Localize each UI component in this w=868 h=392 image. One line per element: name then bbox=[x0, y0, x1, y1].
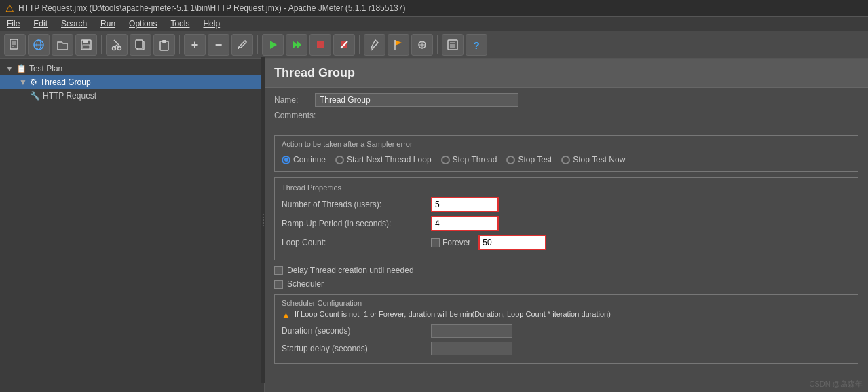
thread-properties-section: Thread Properties Number of Threads (use… bbox=[274, 177, 858, 260]
startup-delay-label: Startup delay (seconds) bbox=[282, 344, 431, 353]
scheduler-config-section: Scheduler Configuration ▲ If Loop Count … bbox=[274, 294, 858, 364]
forever-checkbox[interactable] bbox=[431, 238, 440, 247]
title-bar: ⚠ HTTP Request.jmx (D:\tools\apache-jmet… bbox=[0, 0, 868, 17]
tree-item-test-plan[interactable]: ▼ 📋 Test Plan bbox=[0, 62, 264, 75]
radio-stop-thread[interactable]: Stop Thread bbox=[441, 155, 497, 164]
menu-run[interactable]: Run bbox=[94, 17, 122, 31]
toolbar-stop[interactable] bbox=[309, 34, 331, 56]
toolbar-cut[interactable] bbox=[106, 34, 128, 56]
name-label: Name: bbox=[274, 95, 315, 105]
delay-thread-row[interactable]: Delay Thread creation until needed bbox=[274, 266, 858, 275]
drag-dot bbox=[263, 217, 264, 218]
toolbar-paste[interactable] bbox=[153, 34, 175, 56]
svg-rect-8 bbox=[83, 40, 88, 43]
radio-start-next[interactable]: Start Next Thread Loop bbox=[335, 155, 432, 164]
scheduler-warning-row: ▲ If Loop Count is not -1 or Forever, du… bbox=[282, 310, 851, 320]
toolbar-list[interactable] bbox=[442, 34, 464, 56]
toolbar-sep3 bbox=[257, 35, 258, 54]
ramp-up-label: Ramp-Up Period (in seconds): bbox=[282, 219, 431, 228]
tree-item-label-test-plan: Test Plan bbox=[29, 64, 62, 73]
loop-count-input[interactable] bbox=[478, 235, 546, 250]
radio-circle-stop-test-now bbox=[561, 156, 570, 164]
toolbar-remove[interactable]: − bbox=[208, 34, 229, 56]
radio-circle-stop-thread bbox=[441, 156, 450, 164]
radio-stop-test-now[interactable]: Stop Test Now bbox=[561, 155, 625, 164]
num-threads-label: Number of Threads (users): bbox=[282, 200, 431, 209]
tree-item-icon-http-request: 🔧 bbox=[30, 91, 40, 101]
toolbar-new[interactable] bbox=[4, 34, 26, 56]
toolbar-edit[interactable] bbox=[231, 34, 253, 56]
toolbar-stop-now[interactable] bbox=[333, 34, 355, 56]
svg-marker-21 bbox=[293, 41, 297, 49]
delay-thread-label: Delay Thread creation until needed bbox=[287, 266, 414, 275]
startup-delay-row: Startup delay (seconds) bbox=[282, 342, 851, 355]
thread-props-title: Thread Properties bbox=[282, 183, 851, 192]
scheduler-checkbox[interactable] bbox=[274, 280, 283, 289]
forever-label: Forever bbox=[442, 238, 470, 247]
tree-item-icon-thread-group: ⚙ bbox=[30, 77, 37, 87]
toolbar-run-no-pause[interactable] bbox=[286, 34, 307, 56]
forever-checkbox-container[interactable]: Forever bbox=[431, 238, 474, 247]
toolbar: + − ? bbox=[0, 31, 868, 59]
name-input[interactable] bbox=[315, 93, 518, 107]
menu-search[interactable]: Search bbox=[54, 17, 94, 31]
scheduler-label: Scheduler bbox=[287, 279, 324, 289]
duration-input[interactable] bbox=[431, 324, 512, 338]
menu-file[interactable]: File bbox=[0, 17, 26, 31]
watermark: CSDN @岛森年 bbox=[810, 379, 863, 389]
toolbar-open[interactable] bbox=[52, 34, 73, 56]
toolbar-sep4 bbox=[359, 35, 360, 54]
menu-options[interactable]: Options bbox=[122, 17, 164, 31]
watermark-text: CSDN @岛森年 bbox=[810, 380, 863, 388]
drag-dot bbox=[263, 225, 264, 226]
toolbar-help[interactable]: ? bbox=[466, 34, 487, 56]
svg-line-14 bbox=[114, 40, 119, 46]
drag-handle[interactable] bbox=[261, 59, 265, 383]
loop-count-label: Loop Count: bbox=[282, 238, 431, 247]
warning-triangle-icon: ▲ bbox=[282, 310, 290, 320]
tree-item-icon-test-plan: 📋 bbox=[16, 64, 26, 73]
ramp-up-input[interactable] bbox=[431, 216, 499, 231]
toolbar-flag[interactable] bbox=[388, 34, 409, 56]
tree-item-http-request[interactable]: 🔧 HTTP Request bbox=[0, 89, 264, 103]
delay-thread-checkbox[interactable] bbox=[274, 266, 283, 275]
svg-rect-23 bbox=[317, 41, 324, 48]
menu-edit[interactable]: Edit bbox=[26, 17, 54, 31]
tree-arrow: ▼ bbox=[5, 64, 14, 73]
radio-row: Continue Start Next Thread Loop Stop Thr… bbox=[282, 152, 851, 167]
main-area: ▼ 📋 Test Plan ▼ ⚙ Thread Group 🔧 HTTP Re… bbox=[0, 59, 868, 392]
comments-label: Comments: bbox=[274, 111, 316, 120]
scheduler-warning-text: If Loop Count is not -1 or Forever, dura… bbox=[295, 310, 611, 318]
radio-circle-start-next bbox=[335, 156, 344, 164]
toolbar-add[interactable]: + bbox=[184, 34, 206, 56]
num-threads-input[interactable] bbox=[431, 197, 499, 212]
comments-row: Comments: bbox=[274, 111, 858, 120]
tree-item-label-thread-group: Thread Group bbox=[40, 77, 91, 87]
radio-stop-test[interactable]: Stop Test bbox=[506, 155, 552, 164]
radio-circle-continue bbox=[282, 156, 290, 164]
radio-label-stop-test-now: Stop Test Now bbox=[573, 155, 625, 164]
ramp-up-row: Ramp-Up Period (in seconds): bbox=[282, 216, 851, 231]
startup-delay-input[interactable] bbox=[431, 342, 512, 355]
toolbar-copy[interactable] bbox=[130, 34, 151, 56]
loop-count-row: Loop Count: Forever bbox=[282, 235, 851, 250]
toolbar-bug[interactable] bbox=[411, 34, 433, 56]
toolbar-open-url[interactable] bbox=[28, 34, 50, 56]
scheduler-row[interactable]: Scheduler bbox=[274, 279, 858, 289]
warning-icon: ⚠ bbox=[5, 3, 14, 14]
toolbar-sep2 bbox=[179, 35, 180, 54]
menu-help[interactable]: Help bbox=[196, 17, 227, 31]
tree-panel: ▼ 📋 Test Plan ▼ ⚙ Thread Group 🔧 HTTP Re… bbox=[0, 59, 265, 392]
toolbar-save[interactable] bbox=[75, 34, 97, 56]
radio-label-start-next: Start Next Thread Loop bbox=[347, 155, 432, 164]
svg-marker-22 bbox=[297, 41, 301, 49]
menu-tools[interactable]: Tools bbox=[164, 17, 196, 31]
action-error-section: Action to be taken after a Sampler error… bbox=[274, 135, 858, 172]
title-text: HTTP Request.jmx (D:\tools\apache-jmeter… bbox=[18, 3, 405, 13]
toolbar-run[interactable] bbox=[262, 34, 284, 56]
radio-continue[interactable]: Continue bbox=[282, 155, 326, 164]
tree-item-label-http-request: HTTP Request bbox=[43, 91, 96, 101]
content-panel: Thread Group Name: Comments: Action to b… bbox=[265, 59, 868, 392]
tree-item-thread-group[interactable]: ▼ ⚙ Thread Group bbox=[0, 75, 264, 89]
toolbar-broom[interactable] bbox=[364, 34, 385, 56]
